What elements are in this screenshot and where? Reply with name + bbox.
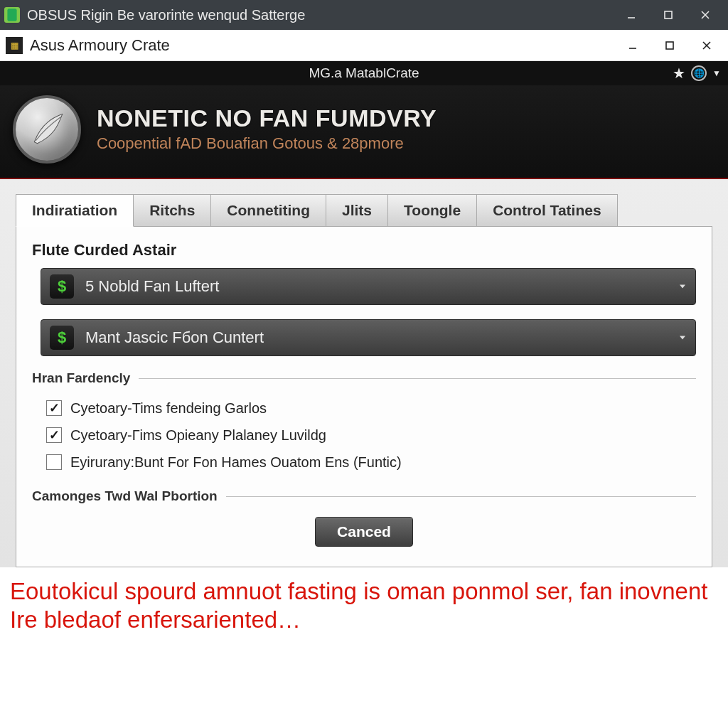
inner-window-title: Asus Armoury Crate: [30, 36, 170, 55]
outer-maximize-button[interactable]: [650, 0, 687, 30]
selector-label: 5 Nobld Fan Luftert: [85, 277, 219, 296]
banner-title: Nonetic No Fan Fumdvry: [97, 106, 437, 132]
globe-icon[interactable]: 🌐: [691, 65, 707, 81]
checkbox-unchecked-icon[interactable]: [46, 454, 62, 470]
tab-ritchs[interactable]: Ritchs: [133, 194, 211, 227]
checkbox-checked-icon[interactable]: ✓: [46, 427, 62, 443]
svg-rect-2: [665, 11, 672, 18]
fieldset-2: Camonges Twd Wal Pbortion: [32, 488, 696, 504]
selector-label: Mant Jascic Fбon Cuntert: [85, 328, 264, 347]
outer-minimize-button[interactable]: [613, 0, 650, 30]
checkbox-row-3[interactable]: Eyirurany:Bunt For Fon Hames Ouatom Ens …: [46, 449, 696, 476]
footer-text: Eoutokicul spourd amnuot fasting is oman…: [0, 567, 728, 633]
chevron-down-icon[interactable]: ▼: [712, 68, 721, 78]
fieldset-legend-2: Camonges Twd Wal Pbortion: [32, 488, 696, 504]
checkbox-label: Cyetoary-Tims fendeing Garlos: [70, 395, 267, 422]
checkbox-row-1[interactable]: ✓ Cyetoary-Tims fendeing Garlos: [46, 395, 696, 422]
inner-minimize-button[interactable]: [614, 30, 651, 61]
fieldset-legend-1: Hran Fardencly: [32, 370, 696, 386]
tab-panel: Flute Curded Astair $ 5 Nobld Fan Lufter…: [16, 226, 712, 567]
banner: Nonetic No Fan Fumdvry Coopential fAD Bo…: [0, 85, 728, 179]
outer-window-title: OBSUS Rigin Be varorinte wenqud Satterge: [27, 7, 305, 23]
selector-row-2[interactable]: $ Mant Jascic Fбon Cuntert: [41, 319, 696, 356]
tab-connetiting[interactable]: Connetiting: [210, 194, 326, 227]
banner-orb: [13, 95, 81, 164]
tab-indiratiation[interactable]: Indiratiation: [16, 194, 134, 227]
inner-close-button[interactable]: [688, 30, 725, 61]
header-strip: MG.a MatablCrate ★ 🌐 ▼: [0, 61, 728, 85]
selector-row-1[interactable]: $ 5 Nobld Fan Luftert: [41, 268, 696, 305]
app-icon: [4, 7, 20, 23]
dollar-icon: $: [50, 274, 74, 299]
tab-control-tatines[interactable]: Control Tatines: [476, 194, 617, 227]
banner-subtitle: Coopential fAD Bouafian Gotous & 28pmore: [97, 134, 437, 153]
svg-rect-6: [666, 42, 673, 49]
inner-window-titlebar: ▦ Asus Armoury Crate: [0, 30, 728, 61]
tab-toongle[interactable]: Toongle: [387, 194, 477, 227]
star-icon[interactable]: ★: [673, 65, 685, 82]
app-icon-secondary: ▦: [6, 37, 23, 54]
header-strip-title: MG.a MatablCrate: [309, 65, 419, 81]
tab-bar: Indiratiation Ritchs Connetiting Jlits T…: [16, 193, 712, 226]
content-area: Indiratiation Ritchs Connetiting Jlits T…: [0, 179, 728, 567]
section-heading-1: Flute Curded Astair: [32, 241, 696, 259]
inner-maximize-button[interactable]: [651, 30, 688, 61]
outer-window-titlebar: OBSUS Rigin Be varorinte wenqud Satterge: [0, 0, 728, 30]
checkbox-label: Cyetoary-Гims Opieany Plalaney Luvildg: [70, 422, 326, 449]
fieldset-1: Hran Fardencly ✓ Cyetoary-Tims fendeing …: [32, 370, 696, 484]
checkbox-checked-icon[interactable]: ✓: [46, 400, 62, 416]
checkbox-label: Eyirurany:Bunt For Fon Hames Ouatom Ens …: [70, 449, 402, 476]
outer-close-button[interactable]: [687, 0, 724, 30]
cancel-button[interactable]: Canced: [315, 517, 413, 547]
checkbox-row-2[interactable]: ✓ Cyetoary-Гims Opieany Plalaney Luvildg: [46, 422, 696, 449]
dollar-icon: $: [50, 326, 74, 350]
leaf-icon: [28, 111, 65, 148]
tab-jlits[interactable]: Jlits: [326, 194, 388, 227]
svg-rect-0: [7, 9, 16, 21]
